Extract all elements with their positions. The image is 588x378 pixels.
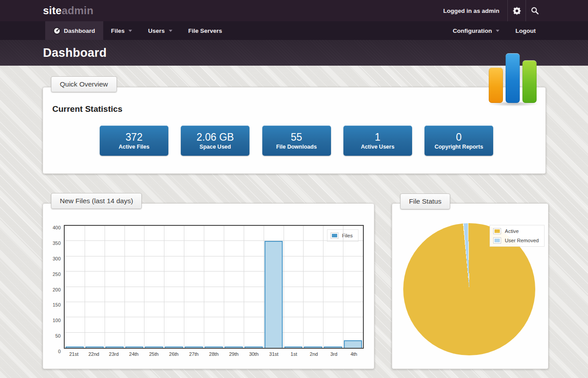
stat-label: Copyright Reports (424, 144, 493, 150)
brand-site-text: site (43, 4, 62, 16)
logo-bar-green (522, 60, 537, 103)
nav-item-logout[interactable]: Logout (507, 21, 544, 40)
y-tick-label: 100 (53, 318, 61, 323)
v-gridline (303, 226, 304, 348)
nav-right: Configuration Logout (445, 21, 544, 40)
quick-overview-tab[interactable]: Quick Overview (51, 76, 117, 92)
y-tick-label: 50 (55, 333, 61, 339)
legend-row-active: Active (494, 228, 539, 234)
bar-4th (344, 340, 362, 348)
y-tick-label: 250 (53, 272, 61, 277)
bar-21st (66, 346, 84, 348)
search-button[interactable] (526, 0, 544, 21)
x-tick-label: 28th (204, 351, 224, 358)
stat-value: 55 (262, 132, 331, 142)
h-gridline (65, 256, 363, 256)
chevron-down-icon (129, 30, 132, 32)
x-tick-label: 4th (344, 351, 364, 358)
v-gridline (85, 226, 85, 348)
stat-label: Active Users (343, 144, 412, 150)
gauge-icon (53, 27, 61, 35)
stat-space-used[interactable]: 2.06 GB Space Used (181, 126, 249, 156)
search-icon (531, 7, 539, 15)
stat-active-users[interactable]: 1 Active Users (343, 126, 412, 156)
stat-label: Space Used (181, 144, 249, 150)
x-tick-label: 25th (144, 351, 164, 358)
bar-22nd (86, 346, 104, 348)
x-tick-label: 1st (284, 351, 304, 358)
chevron-down-icon (169, 30, 172, 32)
y-tick-label: 300 (53, 256, 61, 261)
v-gridline (144, 226, 144, 348)
quick-overview-panel: Current Statistics 372 Active Files 2.06… (43, 87, 546, 174)
bar-23rd (105, 346, 124, 348)
pie-legend-swatch-removed (494, 238, 501, 243)
file-status-panel: File Status Active User Removed (392, 203, 549, 369)
bar-chart-plot: Files (64, 225, 364, 349)
chevron-down-icon (496, 30, 499, 32)
nav-item-file-servers[interactable]: File Servers (180, 21, 230, 40)
x-tick-label: 22nd (84, 351, 104, 358)
stat-file-downloads[interactable]: 55 File Downloads (262, 126, 331, 156)
bar-27th (185, 346, 203, 348)
nav-item-label: File Servers (188, 28, 222, 34)
v-gridline (105, 226, 105, 348)
v-gridline (184, 226, 184, 348)
stat-value: 1 (343, 132, 412, 142)
nav-item-dashboard[interactable]: Dashboard (45, 21, 103, 40)
pie-legend-label-active: Active (505, 228, 518, 234)
bar-28th (205, 346, 223, 348)
nav-item-label: Dashboard (64, 28, 95, 34)
brand-admin-text: admin (62, 4, 93, 16)
bar-2nd (304, 346, 322, 348)
legend-row-files: Files (331, 233, 353, 238)
x-tick-label: 26th (164, 351, 184, 358)
v-gridline (164, 226, 164, 348)
nav-item-configuration[interactable]: Configuration (445, 21, 507, 40)
pie-legend-swatch-active (494, 228, 501, 234)
x-tick-label: 3rd (324, 351, 344, 358)
stat-active-files[interactable]: 372 Active Files (100, 126, 168, 156)
y-tick-label: 200 (53, 287, 61, 292)
files-legend-swatch (331, 233, 338, 238)
bar-30th (245, 346, 263, 348)
logged-in-label: Logged in as admin (443, 8, 507, 14)
stat-value: 0 (424, 132, 493, 142)
pie-legend-label-removed: User Removed (505, 238, 539, 243)
stat-copyright-reports[interactable]: 0 Copyright Reports (424, 126, 493, 156)
nav-item-files[interactable]: Files (103, 21, 140, 40)
new-files-tab[interactable]: New Files (last 14 days) (51, 193, 142, 209)
h-gridline (65, 271, 363, 272)
bar-1st (284, 346, 303, 348)
y-tick-label: 150 (53, 302, 61, 307)
v-gridline (264, 226, 264, 348)
bar-31st (265, 241, 283, 348)
bar-chart-logo-icon (489, 53, 538, 104)
topbar-right: Logged in as admin (443, 0, 544, 21)
v-gridline (323, 226, 323, 348)
y-tick-label: 400 (53, 225, 61, 230)
page: siteadmin Logged in as admin (0, 0, 588, 378)
h-gridline (65, 240, 363, 241)
legend-row-user-removed: User Removed (494, 238, 539, 243)
topbar: siteadmin Logged in as admin (0, 0, 588, 21)
file-status-tab[interactable]: File Status (400, 193, 450, 209)
x-tick-label: 30th (244, 351, 264, 358)
h-gridline (65, 302, 363, 302)
nav-item-users[interactable]: Users (140, 21, 180, 40)
v-gridline (343, 226, 343, 348)
h-gridline (65, 287, 363, 287)
nav-item-label: Logout (515, 28, 536, 34)
v-gridline (284, 226, 284, 348)
x-tick-label: 24th (124, 351, 144, 358)
bar-chart-y-axis: 050100150200250300350400 (43, 225, 61, 349)
settings-button[interactable] (508, 0, 526, 21)
y-tick-label: 0 (58, 349, 61, 354)
nav-item-label: Users (148, 28, 165, 34)
stat-label: Active Files (100, 144, 168, 150)
files-legend-label: Files (342, 233, 353, 238)
x-tick-label: 27th (184, 351, 204, 358)
v-gridline (204, 226, 204, 348)
brand-logo[interactable]: siteadmin (43, 4, 93, 17)
v-gridline (125, 226, 125, 348)
